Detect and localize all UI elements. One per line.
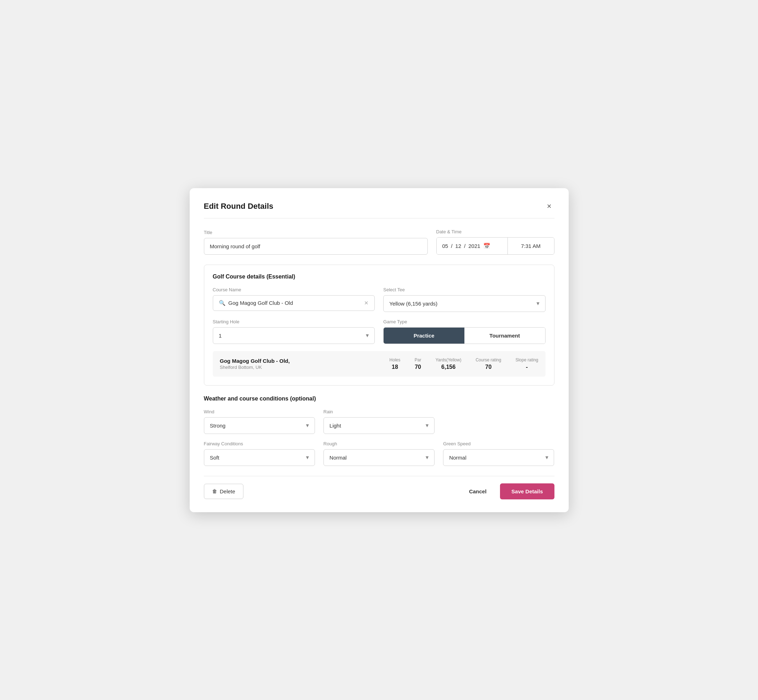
date-year: 2021 xyxy=(468,243,480,249)
green-speed-dropdown[interactable]: Slow Normal Fast Very Fast xyxy=(443,449,554,466)
date-sep2: / xyxy=(464,243,465,249)
rough-label: Rough xyxy=(324,441,434,446)
course-name-search[interactable]: 🔍 ✕ xyxy=(213,295,375,311)
date-field[interactable]: 05 / 12 / 2021 📅 xyxy=(437,238,508,254)
cancel-button[interactable]: Cancel xyxy=(463,484,493,499)
datetime-row: 05 / 12 / 2021 📅 7:31 AM xyxy=(436,237,554,255)
rain-group: Rain None Light Moderate Heavy ▼ xyxy=(324,409,434,434)
delete-button[interactable]: 🗑 Delete xyxy=(204,484,243,499)
fairway-select-wrap: Dry Normal Soft Wet ▼ xyxy=(204,449,315,466)
course-info-card: Gog Magog Golf Club - Old, Shelford Bott… xyxy=(213,351,545,377)
course-name-group: Course Name 🔍 ✕ xyxy=(213,287,375,312)
modal-title: Edit Round Details xyxy=(204,202,274,211)
game-type-group: Game Type Practice Tournament xyxy=(383,319,545,344)
close-button[interactable]: × xyxy=(544,201,554,212)
fairway-label: Fairway Conditions xyxy=(204,441,315,446)
course-name-label: Course Name xyxy=(213,287,375,292)
game-type-label: Game Type xyxy=(383,319,545,324)
green-speed-group: Green Speed Slow Normal Fast Very Fast ▼ xyxy=(443,441,554,466)
holes-value: 18 xyxy=(392,364,398,370)
date-day: 12 xyxy=(455,243,461,249)
slope-rating-label: Slope rating xyxy=(515,358,538,362)
course-rating-label: Course rating xyxy=(475,358,501,362)
datetime-label: Date & Time xyxy=(436,229,554,234)
wind-group: Wind Calm Light Moderate Strong Very Str… xyxy=(204,409,315,434)
wind-rain-row: Wind Calm Light Moderate Strong Very Str… xyxy=(204,409,554,434)
rough-select-wrap: Short Normal Long Very Long ▼ xyxy=(324,449,434,466)
datetime-field-group: Date & Time 05 / 12 / 2021 📅 7:31 AM xyxy=(436,229,554,255)
weather-title: Weather and course conditions (optional) xyxy=(204,395,554,402)
calendar-icon: 📅 xyxy=(483,242,490,249)
par-value: 70 xyxy=(415,364,421,370)
wind-select-wrap: Calm Light Moderate Strong Very Strong ▼ xyxy=(204,417,315,434)
time-field[interactable]: 7:31 AM xyxy=(508,238,554,254)
date-sep1: / xyxy=(451,243,452,249)
time-value: 7:31 AM xyxy=(521,243,540,249)
holes-label: Holes xyxy=(389,358,400,362)
fairway-dropdown[interactable]: Dry Normal Soft Wet xyxy=(204,449,315,466)
starting-hole-label: Starting Hole xyxy=(213,319,375,324)
footer: 🗑 Delete Cancel Save Details xyxy=(204,476,554,499)
rain-dropdown[interactable]: None Light Moderate Heavy xyxy=(324,417,434,434)
delete-label: Delete xyxy=(220,488,235,494)
green-speed-label: Green Speed xyxy=(443,441,554,446)
weather-section: Weather and course conditions (optional)… xyxy=(204,395,554,466)
stat-par: Par 70 xyxy=(415,358,421,370)
save-button[interactable]: Save Details xyxy=(500,483,554,499)
select-tee-wrap: Yellow (6,156 yards) White Red ▼ xyxy=(383,295,545,312)
course-name-input[interactable] xyxy=(229,300,362,306)
course-info-name: Gog Magog Golf Club - Old, xyxy=(220,358,390,364)
starting-hole-group: Starting Hole 1 10 ▼ xyxy=(213,319,375,344)
golf-course-section: Golf Course details (Essential) Course N… xyxy=(204,265,554,386)
golf-course-title: Golf Course details (Essential) xyxy=(213,273,545,280)
clear-icon[interactable]: ✕ xyxy=(364,300,369,306)
yards-label: Yards(Yellow) xyxy=(435,358,462,362)
wind-dropdown[interactable]: Calm Light Moderate Strong Very Strong xyxy=(204,417,315,434)
yards-value: 6,156 xyxy=(441,364,456,370)
footer-right: Cancel Save Details xyxy=(463,483,554,499)
stat-course-rating: Course rating 70 xyxy=(475,358,501,370)
select-tee-dropdown[interactable]: Yellow (6,156 yards) White Red xyxy=(383,295,545,312)
search-icon: 🔍 xyxy=(219,300,226,306)
title-input[interactable] xyxy=(204,238,428,255)
edit-round-modal: Edit Round Details × Title Date & Time 0… xyxy=(190,188,568,512)
modal-header: Edit Round Details × xyxy=(204,201,554,219)
course-info-location: Shelford Bottom, UK xyxy=(220,364,390,370)
course-tee-row: Course Name 🔍 ✕ Select Tee Yellow (6,156… xyxy=(213,287,545,312)
select-tee-group: Select Tee Yellow (6,156 yards) White Re… xyxy=(383,287,545,312)
par-label: Par xyxy=(415,358,421,362)
rough-dropdown[interactable]: Short Normal Long Very Long xyxy=(324,449,434,466)
rain-select-wrap: None Light Moderate Heavy ▼ xyxy=(324,417,434,434)
rough-group: Rough Short Normal Long Very Long ▼ xyxy=(324,441,434,466)
title-field-group: Title xyxy=(204,230,428,255)
date-month: 05 xyxy=(442,243,448,249)
trash-icon: 🗑 xyxy=(212,488,217,494)
stat-holes: Holes 18 xyxy=(389,358,400,370)
starting-hole-dropdown[interactable]: 1 10 xyxy=(213,327,375,344)
green-speed-select-wrap: Slow Normal Fast Very Fast ▼ xyxy=(443,449,554,466)
practice-toggle-button[interactable]: Practice xyxy=(384,328,464,344)
stat-yards: Yards(Yellow) 6,156 xyxy=(435,358,462,370)
tournament-toggle-button[interactable]: Tournament xyxy=(464,328,545,344)
top-row: Title Date & Time 05 / 12 / 2021 📅 7:31 … xyxy=(204,229,554,255)
hole-gametype-row: Starting Hole 1 10 ▼ Game Type Practice … xyxy=(213,319,545,344)
fairway-group: Fairway Conditions Dry Normal Soft Wet ▼ xyxy=(204,441,315,466)
wind-label: Wind xyxy=(204,409,315,414)
rain-label: Rain xyxy=(324,409,434,414)
starting-hole-wrap: 1 10 ▼ xyxy=(213,327,375,344)
course-info-name-block: Gog Magog Golf Club - Old, Shelford Bott… xyxy=(220,358,390,370)
game-type-toggle: Practice Tournament xyxy=(383,327,545,344)
slope-rating-value: - xyxy=(526,364,528,370)
fairway-rough-green-row: Fairway Conditions Dry Normal Soft Wet ▼… xyxy=(204,441,554,466)
title-label: Title xyxy=(204,230,428,235)
course-stats: Holes 18 Par 70 Yards(Yellow) 6,156 Cour… xyxy=(389,358,538,370)
stat-slope-rating: Slope rating - xyxy=(515,358,538,370)
select-tee-label: Select Tee xyxy=(383,287,545,292)
course-rating-value: 70 xyxy=(485,364,492,370)
